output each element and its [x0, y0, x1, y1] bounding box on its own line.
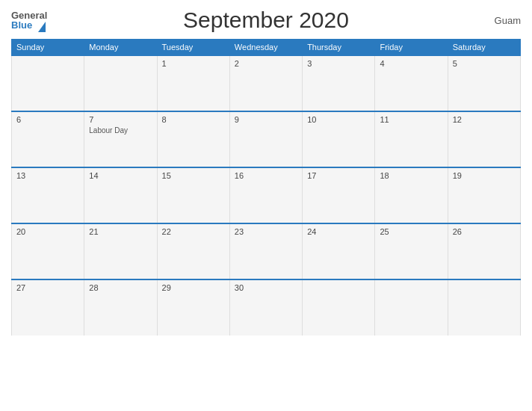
day-number: 15: [162, 171, 225, 180]
col-header-thursday: Thursday: [303, 40, 375, 56]
calendar-table: Sunday Monday Tuesday Wednesday Thursday…: [11, 39, 521, 336]
day-number: 16: [235, 171, 297, 180]
day-number: 9: [235, 115, 297, 124]
day-number: 22: [162, 227, 225, 236]
day-number: 23: [235, 227, 297, 236]
day-cell-w3-d4: 16: [229, 167, 302, 223]
day-cell-w5-d3: 29: [157, 279, 229, 336]
day-number: 8: [162, 115, 225, 124]
day-number: 11: [380, 115, 442, 124]
day-number: 1: [162, 59, 225, 68]
day-cell-w2-d2: 7Labour Day: [84, 111, 157, 167]
day-cell-w3-d5: 17: [303, 167, 375, 223]
day-number: 26: [453, 227, 516, 236]
day-number: 3: [307, 59, 370, 68]
day-cell-w5-d4: 30: [229, 279, 302, 336]
day-cell-w5-d1: 27: [12, 279, 84, 336]
col-header-tuesday: Tuesday: [157, 40, 229, 56]
day-number: 6: [16, 115, 79, 124]
day-cell-w5-d5: [303, 279, 375, 336]
day-cell-w1-d7: 5: [448, 55, 520, 111]
day-number: 29: [162, 283, 225, 292]
day-cell-w4-d1: 20: [12, 223, 84, 279]
day-cell-w3-d2: 14: [84, 167, 157, 223]
day-number: 25: [380, 227, 442, 236]
day-cell-w3-d3: 15: [157, 167, 229, 223]
day-number: 10: [307, 115, 370, 124]
logo: General Blue: [11, 10, 47, 30]
calendar-header: General Blue September 2020 Guam: [11, 7, 521, 33]
day-cell-w4-d2: 21: [84, 223, 157, 279]
calendar-title: September 2020: [183, 7, 349, 33]
day-cell-w5-d6: [375, 279, 448, 336]
day-cell-w5-d7: [448, 279, 520, 336]
day-number: 24: [307, 227, 370, 236]
day-number: 27: [16, 283, 79, 292]
day-cell-w3-d1: 13: [12, 167, 84, 223]
week-row-4: 20212223242526: [12, 223, 521, 279]
day-cell-w2-d5: 10: [303, 111, 375, 167]
day-cell-w1-d5: 3: [303, 55, 375, 111]
day-number: 14: [89, 171, 152, 180]
day-number: 21: [89, 227, 152, 236]
day-number: 20: [16, 227, 79, 236]
day-cell-w3-d6: 18: [375, 167, 448, 223]
col-header-sunday: Sunday: [12, 40, 84, 56]
calendar-container: General Blue September 2020 Guam Sunday …: [0, 0, 532, 411]
day-cell-w2-d1: 6: [12, 111, 84, 167]
week-row-2: 67Labour Day89101112: [12, 111, 521, 167]
col-header-monday: Monday: [84, 40, 157, 56]
day-cell-w2-d6: 11: [375, 111, 448, 167]
day-cell-w1-d3: 1: [157, 55, 229, 111]
col-header-saturday: Saturday: [448, 40, 520, 56]
day-cell-w1-d1: [12, 55, 84, 111]
day-cell-w5-d2: 28: [84, 279, 157, 336]
day-cell-w4-d4: 23: [229, 223, 302, 279]
day-number: 28: [89, 283, 152, 292]
day-number: 18: [380, 171, 442, 180]
event-label: Labour Day: [89, 126, 128, 135]
logo-blue-wrap: Blue: [11, 20, 32, 30]
col-header-friday: Friday: [375, 40, 448, 56]
day-number: 30: [235, 283, 297, 292]
day-cell-w1-d6: 4: [375, 55, 448, 111]
day-cell-w3-d7: 19: [448, 167, 520, 223]
day-cell-w1-d4: 2: [229, 55, 302, 111]
day-number: 19: [453, 171, 516, 180]
col-header-wednesday: Wednesday: [229, 40, 302, 56]
day-number: 5: [453, 59, 516, 68]
day-number: 4: [380, 59, 442, 68]
weekday-header-row: Sunday Monday Tuesday Wednesday Thursday…: [12, 40, 521, 56]
day-cell-w1-d2: [84, 55, 157, 111]
logo-triangle-icon: [38, 22, 46, 32]
day-cell-w2-d3: 8: [157, 111, 229, 167]
day-cell-w4-d6: 25: [375, 223, 448, 279]
week-row-5: 27282930: [12, 279, 521, 336]
day-number: 2: [235, 59, 297, 68]
day-number: 17: [307, 171, 370, 180]
day-number: 12: [453, 115, 516, 124]
logo-blue-text: Blue: [11, 20, 32, 30]
day-cell-w4-d3: 22: [157, 223, 229, 279]
week-row-3: 13141516171819: [12, 167, 521, 223]
day-number: 7: [89, 115, 152, 124]
day-cell-w2-d4: 9: [229, 111, 302, 167]
day-number: 13: [16, 171, 79, 180]
country-label: Guam: [495, 15, 521, 26]
day-cell-w4-d7: 26: [448, 223, 520, 279]
day-cell-w2-d7: 12: [448, 111, 520, 167]
week-row-1: 12345: [12, 55, 521, 111]
day-cell-w4-d5: 24: [303, 223, 375, 279]
